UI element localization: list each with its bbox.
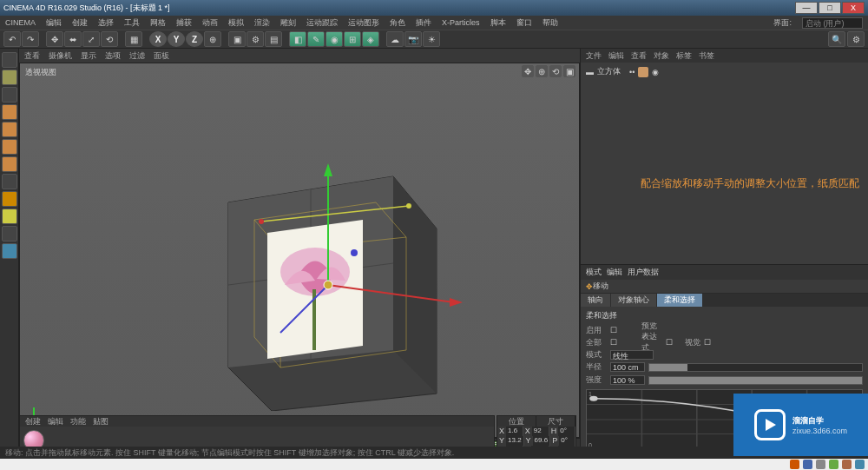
all-checkbox[interactable]: ☐	[610, 338, 617, 347]
mat-tab-edit[interactable]: 编辑	[48, 416, 63, 427]
perspective-viewport[interactable]: 透视视图 ✥ ⊕ ⟲ ▣	[19, 63, 580, 438]
vp-menu-display[interactable]: 显示	[81, 50, 96, 62]
workplane-icon[interactable]	[2, 104, 17, 120]
strength-slider[interactable]	[648, 376, 863, 385]
menu-cinema[interactable]: CINEMA	[5, 18, 36, 27]
menu-track[interactable]: 运动跟踪	[306, 17, 338, 29]
mat-tab-func[interactable]: 功能	[70, 416, 86, 427]
animation-mode-icon[interactable]	[2, 243, 17, 259]
tray-icon-6[interactable]	[855, 460, 865, 469]
environment-icon[interactable]: ☁	[386, 31, 404, 47]
phong-tag-icon[interactable]: ◉	[652, 68, 659, 76]
rot-p-field[interactable]: 0°	[559, 436, 575, 446]
menu-mesh[interactable]: 网格	[150, 17, 166, 29]
render-view-icon[interactable]: ▣	[228, 31, 246, 47]
camera-icon[interactable]: 📷	[404, 31, 422, 47]
menu-snap[interactable]: 捕获	[176, 17, 192, 29]
subtab-pivot[interactable]: 对象轴心	[611, 294, 656, 307]
subtab-softsel[interactable]: 柔和选择	[657, 294, 702, 307]
menu-tools[interactable]: 工具	[124, 17, 140, 29]
scale-tool-icon[interactable]: ⤢	[82, 31, 100, 47]
om-tab-bookmarks[interactable]: 书签	[699, 50, 714, 62]
om-tab-object[interactable]: 对象	[654, 50, 669, 62]
deformer-icon[interactable]: ◈	[362, 31, 379, 47]
maximize-button[interactable]: □	[819, 2, 841, 14]
search-icon[interactable]: 🔍	[828, 31, 845, 47]
tray-icon-3[interactable]	[816, 460, 825, 469]
edge-mode-icon[interactable]	[2, 139, 17, 155]
world-axis-icon[interactable]: ⊕	[204, 31, 221, 47]
attr-tab-userdata[interactable]: 用户数据	[628, 267, 659, 278]
attr-tab-mode[interactable]: 模式	[586, 267, 602, 278]
rot-h-field[interactable]: 0°	[558, 427, 575, 436]
texture-tag-icon[interactable]	[638, 67, 648, 77]
menu-sculpt[interactable]: 雕刻	[280, 17, 296, 29]
mode-select[interactable]: 线性	[610, 350, 654, 360]
tray-icon-4[interactable]	[829, 460, 838, 469]
move-tool-icon[interactable]: ⬌	[64, 31, 82, 47]
menu-edit[interactable]: 编辑	[46, 17, 62, 29]
menu-character[interactable]: 角色	[390, 17, 405, 29]
visibility-dots-icon[interactable]: ••	[629, 68, 635, 76]
texture-mode-icon[interactable]	[2, 87, 17, 103]
make-editable-icon[interactable]	[2, 52, 17, 68]
trick-checkbox[interactable]: ☐	[704, 338, 711, 347]
vp-nav-rotate-icon[interactable]: ⟲	[549, 65, 562, 77]
tray-icon-2[interactable]	[803, 460, 812, 469]
vp-menu-camera[interactable]: 摄像机	[49, 50, 72, 62]
tray-icon-5[interactable]	[842, 460, 852, 469]
menu-render[interactable]: 渲染	[254, 17, 270, 29]
nurbs-icon[interactable]: ◉	[326, 31, 343, 47]
object-manager[interactable]: ▬ 立方体 •• ◉ 配合缩放和移动手动的调整大小位置，纸质匹配	[581, 63, 868, 264]
render-settings-icon[interactable]: ⚙	[247, 31, 264, 47]
recent-tool-icon[interactable]: ▦	[125, 31, 142, 47]
mat-tab-texture[interactable]: 贴图	[93, 416, 108, 427]
vp-menu-panel[interactable]: 面板	[154, 50, 169, 62]
minimize-button[interactable]: —	[795, 2, 818, 14]
menu-animate[interactable]: 动画	[202, 17, 218, 29]
workplane2-icon[interactable]	[2, 226, 17, 242]
vp-menu-filter[interactable]: 过滤	[129, 50, 145, 62]
vp-menu-view[interactable]: 查看	[24, 50, 40, 62]
radius-field[interactable]: 100 cm	[610, 362, 645, 372]
snap-toggle-icon[interactable]	[2, 191, 17, 207]
snap-settings-icon[interactable]	[2, 209, 17, 224]
array-icon[interactable]: ⊞	[344, 31, 361, 47]
om-tab-file[interactable]: 文件	[586, 50, 602, 62]
om-tab-edit[interactable]: 编辑	[608, 50, 624, 62]
mat-tab-create[interactable]: 创建	[25, 416, 41, 427]
z-axis-toggle[interactable]: Z	[186, 31, 203, 47]
undo-button[interactable]: ↶	[3, 31, 21, 47]
subtab-axis[interactable]: 轴向	[581, 294, 610, 307]
vp-nav-max-icon[interactable]: ▣	[563, 65, 575, 77]
vp-nav-zoom-icon[interactable]: ⊕	[536, 65, 548, 77]
vp-menu-options[interactable]: 选项	[105, 50, 121, 62]
y-axis-toggle[interactable]: Y	[168, 31, 185, 47]
pos-y-field[interactable]: 13.2 %	[506, 436, 524, 446]
menu-mograph[interactable]: 运动图形	[348, 17, 379, 29]
point-mode-icon[interactable]	[2, 122, 17, 137]
om-tab-tags[interactable]: 标签	[676, 50, 692, 62]
radius-slider[interactable]	[648, 363, 863, 372]
om-tab-view[interactable]: 查看	[631, 50, 647, 62]
menu-xparticles[interactable]: X-Particles	[442, 18, 480, 27]
tray-icon-1[interactable]	[790, 460, 799, 469]
size-x-field[interactable]: 92 %	[532, 427, 549, 436]
attr-tab-edit[interactable]: 编辑	[607, 267, 622, 278]
menu-plugins[interactable]: 插件	[416, 17, 431, 29]
settings-icon[interactable]: ⚙	[847, 31, 865, 47]
menu-simulate[interactable]: 模拟	[228, 17, 244, 29]
redo-button[interactable]: ↷	[22, 31, 39, 47]
rotate-tool-icon[interactable]: ⟲	[101, 31, 118, 47]
x-axis-toggle[interactable]: X	[149, 31, 167, 47]
menu-select[interactable]: 选择	[98, 17, 114, 29]
polygon-mode-icon[interactable]	[2, 156, 17, 172]
close-button[interactable]: X	[842, 2, 865, 14]
size-y-field[interactable]: 69.6 %	[533, 436, 551, 446]
weight-checkbox[interactable]: ☐	[666, 338, 673, 347]
picture-viewer-icon[interactable]: ▤	[265, 31, 282, 47]
hierarchy-item-cube[interactable]: ▬ 立方体 •• ◉	[586, 66, 863, 77]
cube-primitive-icon[interactable]: ◧	[289, 31, 306, 47]
menu-create[interactable]: 创建	[72, 17, 88, 29]
strength-field[interactable]: 100 %	[610, 375, 645, 385]
